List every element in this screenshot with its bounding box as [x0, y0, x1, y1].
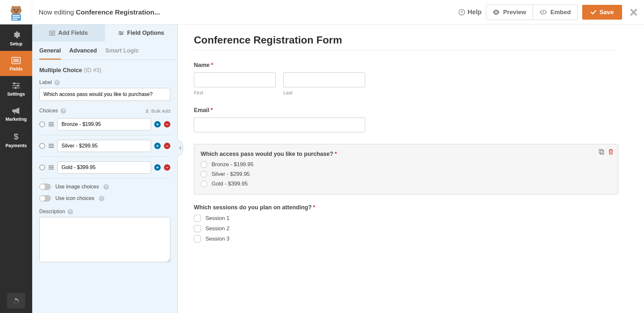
first-name-input[interactable] [194, 72, 276, 87]
svg-point-2 [11, 6, 22, 14]
choice-row: + – [39, 114, 170, 135]
nav-settings[interactable]: Settings [0, 76, 32, 101]
add-choice-button[interactable]: + [154, 143, 161, 149]
choice-input[interactable] [57, 161, 151, 174]
remove-choice-button[interactable]: – [164, 143, 170, 149]
help-tooltip-icon[interactable]: ? [103, 184, 109, 190]
checkbox-label: Session 1 [205, 215, 230, 222]
drag-handle-icon[interactable] [48, 122, 54, 127]
toggle-icon-label: Use icon choices [55, 195, 94, 201]
page-title: Now editing Conference Registration... [39, 8, 459, 16]
left-nav: Setup Fields Settings Marketing $ Paymen… [0, 24, 32, 313]
radio-option[interactable]: Bronze - $199.95 [201, 161, 611, 168]
svg-point-31 [121, 33, 123, 34]
subtab-general[interactable]: General [39, 47, 61, 60]
radio-label: Silver - $299.95 [212, 171, 250, 177]
email-input[interactable] [194, 118, 365, 132]
delete-field-button[interactable] [608, 149, 613, 155]
description-heading: Description ? [39, 209, 170, 214]
download-icon [145, 109, 149, 113]
drag-handle-icon[interactable] [48, 165, 54, 170]
add-choice-button[interactable]: + [154, 121, 161, 128]
toggle-image-label: Use image choices [55, 184, 99, 190]
trash-icon [608, 149, 613, 155]
remove-choice-button[interactable]: – [164, 164, 170, 171]
help-tooltip-icon[interactable]: ? [99, 196, 104, 201]
bulk-add-link[interactable]: Bulk Add [145, 108, 170, 114]
form-preview: Conference Registration Form Name* First… [178, 24, 644, 313]
checkbox-icon [194, 225, 201, 232]
subtab-advanced[interactable]: Advanced [69, 47, 97, 60]
code-icon [539, 10, 547, 15]
save-button[interactable]: Save [582, 5, 622, 20]
svg-point-5 [15, 11, 17, 13]
field-panel: Add Fields Field Options General Advance… [32, 24, 178, 313]
embed-button[interactable]: Embed [533, 5, 577, 20]
form-title[interactable]: Conference Registration Form [194, 34, 618, 46]
svg-rect-18 [14, 82, 15, 84]
toggle-icon-choices[interactable] [39, 195, 51, 202]
help-tooltip-icon[interactable]: ? [61, 108, 66, 114]
undo-button[interactable] [7, 293, 25, 308]
svg-rect-22 [15, 87, 16, 89]
svg-rect-8 [12, 17, 19, 18]
choice-input[interactable] [57, 118, 151, 130]
svg-rect-9 [12, 19, 17, 20]
check-icon [591, 10, 596, 14]
svg-rect-43 [599, 149, 602, 153]
checkbox-option[interactable]: Session 2 [194, 225, 618, 232]
svg-point-3 [14, 9, 15, 10]
chevron-left-icon [179, 146, 182, 150]
label-input[interactable] [39, 88, 170, 101]
close-icon [630, 8, 638, 16]
choice-default-radio[interactable] [39, 121, 45, 127]
toggle-image-choices[interactable] [39, 184, 51, 190]
radio-option[interactable]: Gold - $399.95 [201, 181, 611, 187]
svg-point-12 [496, 12, 497, 13]
help-icon: ? [459, 9, 465, 15]
preview-button[interactable]: Preview [486, 5, 533, 20]
help-tooltip-icon[interactable]: ? [68, 209, 73, 214]
help-link[interactable]: ? Help [459, 8, 481, 16]
checkbox-icon [194, 215, 201, 222]
nav-payments[interactable]: $ Payments [0, 126, 32, 153]
tab-field-options[interactable]: Field Options [105, 24, 178, 42]
preview-embed-group: Preview Embed [486, 5, 577, 20]
wpforms-logo-icon [7, 3, 25, 21]
tab-add-fields[interactable]: Add Fields [32, 24, 105, 42]
add-fields-icon [49, 31, 55, 36]
checkbox-label: Session 3 [205, 236, 230, 242]
description-input[interactable] [39, 217, 170, 262]
radio-option[interactable]: Silver - $299.95 [201, 171, 611, 177]
nav-setup[interactable]: Setup [0, 24, 32, 51]
copy-icon [599, 149, 604, 155]
radio-icon [201, 171, 207, 177]
duplicate-field-button[interactable] [599, 149, 604, 155]
selected-field-block[interactable]: Which access pass would you like to purc… [194, 144, 618, 194]
nav-fields[interactable]: Fields [0, 51, 32, 76]
svg-point-4 [17, 9, 18, 10]
choice-default-radio[interactable] [39, 165, 45, 170]
list-icon [1, 57, 31, 64]
radio-icon [201, 181, 207, 187]
nav-marketing[interactable]: Marketing [0, 101, 32, 126]
logo[interactable] [0, 0, 32, 24]
choice-row: + – [39, 157, 170, 178]
checkbox-option[interactable]: Session 3 [194, 235, 618, 242]
drag-handle-icon[interactable] [48, 143, 54, 148]
sliders-icon [1, 82, 31, 90]
close-button[interactable] [630, 8, 638, 16]
choice-default-radio[interactable] [39, 143, 45, 149]
choice-input[interactable] [57, 140, 151, 152]
radio-icon [201, 161, 207, 168]
svg-text:$: $ [14, 132, 19, 141]
bullhorn-icon [1, 107, 31, 115]
add-choice-button[interactable]: + [154, 164, 161, 171]
checkbox-option[interactable]: Session 1 [194, 215, 618, 222]
subtab-smart-logic[interactable]: Smart Logic [105, 47, 139, 60]
remove-choice-button[interactable]: – [164, 121, 170, 128]
name-field-label: Name* [194, 62, 618, 69]
top-bar: Now editing Conference Registration... ?… [0, 0, 644, 24]
help-tooltip-icon[interactable]: ? [54, 80, 60, 85]
last-name-input[interactable] [283, 72, 365, 87]
